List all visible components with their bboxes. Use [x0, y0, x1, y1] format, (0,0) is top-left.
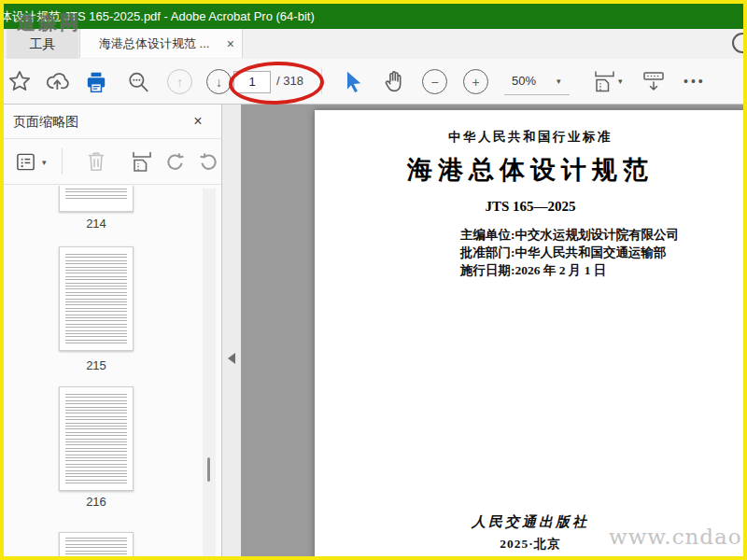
zoom-out-button[interactable]: − [422, 69, 447, 94]
page-kicker: 中华人民共和国行业标准 [315, 129, 743, 146]
star-favorites-icon[interactable] [7, 69, 32, 93]
delete-pages-button[interactable] [84, 149, 108, 174]
tab-close-icon[interactable]: × [227, 36, 242, 51]
thumbnail-page-216[interactable] [59, 386, 134, 491]
panel-toolbar: ▾ [4, 139, 221, 185]
rotate-ccw-button[interactable] [163, 150, 187, 174]
acrobat-window: 体设计规范 JTS 165-2025.pdf - Adobe Acrobat P… [0, 0, 747, 560]
thumbnail-page-217[interactable] [59, 532, 134, 556]
watermark-top-left: 道森网 [17, 10, 81, 35]
main-toolbar: ↑ ↓ 1 / 318 − + 50% ▾ ▾ [4, 59, 743, 105]
panel-scrollbar-track[interactable] [203, 189, 216, 556]
hand-tool-icon[interactable] [382, 69, 406, 93]
options-caret-icon[interactable]: ▾ [42, 158, 47, 167]
more-tools-button[interactable]: ••• [684, 59, 706, 104]
rotate-cw-button[interactable] [197, 150, 220, 174]
watermark-bottom-right: www.cndao.com [609, 525, 743, 549]
panel-scrollbar-thumb[interactable] [207, 457, 210, 482]
search-icon[interactable] [126, 70, 150, 94]
standard-code: JTS 165—2025 [315, 199, 743, 215]
panel-collapse-strip[interactable] [222, 105, 241, 556]
share-upload-icon[interactable] [45, 69, 69, 93]
next-page-button[interactable]: ↓ [206, 69, 232, 94]
thumbnail-options-button[interactable] [15, 151, 36, 173]
fit-width-button[interactable] [592, 69, 616, 93]
thumbnail-label-216[interactable]: 216 [59, 495, 134, 509]
account-icon[interactable] [732, 33, 747, 53]
info-line-date: 施行日期:2026 年 2 月 1 日 [460, 261, 679, 279]
zoom-level-select[interactable]: 50% [512, 59, 536, 104]
thumbnail-page-215[interactable] [59, 246, 134, 351]
tab-bar: 工具 海港总体设计规范 ... × [4, 29, 743, 60]
zoom-in-button[interactable]: + [463, 69, 488, 94]
main-area: 页面缩略图 × ▾ [4, 105, 743, 556]
thumbnail-label-214[interactable]: 214 [59, 217, 134, 231]
resize-pages-button[interactable] [130, 149, 154, 174]
select-tool-icon[interactable] [342, 69, 366, 93]
info-line-editor: 主编单位:中交水运规划设计院有限公司 [460, 226, 679, 244]
panel-close-icon[interactable]: × [187, 110, 209, 133]
panel-toolbar-separator [62, 148, 63, 175]
panel-header: 页面缩略图 × [4, 105, 221, 139]
page-info-block: 主编单位:中交水运规划设计院有限公司 批准部门:中华人民共和国交通运输部 施行日… [460, 226, 679, 279]
thumbnail-label-215[interactable]: 215 [59, 358, 134, 372]
tab-document-label: 海港总体设计规范 ... [99, 35, 227, 52]
zoom-select-underline [504, 94, 570, 95]
print-icon[interactable] [84, 70, 108, 94]
window-titlebar: 体设计规范 JTS 165-2025.pdf - Adobe Acrobat P… [4, 4, 743, 29]
pdf-page[interactable]: 中华人民共和国行业标准 海港总体设计规范 JTS 165—2025 主编单位:中… [315, 110, 743, 556]
previous-page-button[interactable]: ↑ [167, 69, 192, 94]
fit-width-caret-icon[interactable]: ▾ [618, 59, 623, 104]
document-view: 中华人民共和国行业标准 海港总体设计规范 JTS 165—2025 主编单位:中… [241, 105, 743, 556]
page-title: 海港总体设计规范 [315, 153, 743, 187]
info-line-approver: 批准部门:中华人民共和国交通运输部 [460, 244, 679, 261]
page-scrolling-button[interactable] [641, 69, 666, 93]
zoom-caret-icon[interactable]: ▾ [557, 59, 561, 104]
page-thumbnails-panel: 页面缩略图 × ▾ [4, 105, 222, 556]
thumbnail-page-214[interactable] [59, 186, 134, 212]
tab-document[interactable]: 海港总体设计规范 ... × [79, 29, 243, 58]
panel-title: 页面缩略图 [13, 105, 78, 138]
thumbnail-list: 214 215 216 [4, 185, 221, 556]
collapse-panel-icon[interactable] [228, 353, 235, 364]
